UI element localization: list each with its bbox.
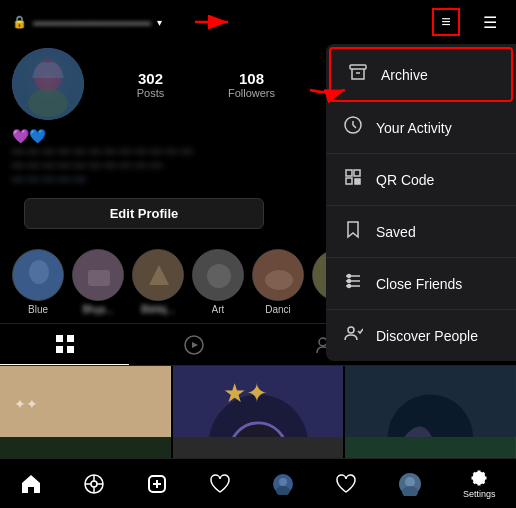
avatar-container <box>12 48 84 120</box>
svg-point-5 <box>29 260 49 284</box>
svg-rect-64 <box>354 170 360 176</box>
lock-icon: 🔒 <box>12 15 27 29</box>
followers-stat[interactable]: 108 Followers <box>224 70 279 99</box>
highlight-circle <box>72 249 124 301</box>
discover-people-icon <box>342 323 364 348</box>
nav-profile-small[interactable] <box>272 473 294 495</box>
activity-icon <box>342 115 364 140</box>
saved-label: Saved <box>376 224 416 240</box>
svg-text:✦✦: ✦✦ <box>14 396 38 412</box>
highlight-item[interactable]: Danci <box>252 249 304 315</box>
nav-likes[interactable] <box>209 473 231 495</box>
highlight-label: Art <box>212 304 225 315</box>
svg-text:★✦: ★✦ <box>222 379 267 407</box>
highlight-label: Danci <box>265 304 291 315</box>
highlight-item[interactable]: Bbhbj... <box>132 249 184 315</box>
header-left: 🔒 ———————— ▾ <box>12 14 162 31</box>
dropdown-saved[interactable]: Saved <box>326 206 516 258</box>
close-friends-icon <box>342 271 364 296</box>
svg-point-3 <box>12 48 84 120</box>
svg-rect-17 <box>67 335 74 342</box>
highlight-item[interactable]: Blue <box>12 249 64 315</box>
menu-button[interactable]: ☰ <box>476 8 504 36</box>
svg-point-10 <box>207 264 231 288</box>
highlight-label: Blue <box>28 304 48 315</box>
svg-rect-19 <box>67 346 74 353</box>
dropdown-discover-people[interactable]: Discover People <box>326 310 516 361</box>
dropdown-your-activity[interactable]: Your Activity <box>326 102 516 154</box>
svg-rect-66 <box>355 179 357 181</box>
svg-rect-61 <box>350 65 366 69</box>
highlight-circle <box>12 249 64 301</box>
highlight-circle <box>132 249 184 301</box>
menu-icon: ☰ <box>483 13 497 32</box>
nav-settings[interactable]: Settings <box>463 469 496 499</box>
nav-add[interactable] <box>146 473 168 495</box>
svg-rect-18 <box>56 346 63 353</box>
dropdown-close-friends[interactable]: Close Friends <box>326 258 516 310</box>
archive-label: Archive <box>381 67 428 83</box>
posts-stat[interactable]: 302 Posts <box>123 70 178 99</box>
highlight-circle <box>252 249 304 301</box>
followers-count: 108 <box>224 70 279 87</box>
svg-point-73 <box>348 275 351 278</box>
close-friends-label: Close Friends <box>376 276 462 292</box>
dropdown-qr-code[interactable]: QR Code <box>326 154 516 206</box>
posts-label: Posts <box>123 87 178 99</box>
svg-point-59 <box>405 477 415 487</box>
nav-activity[interactable] <box>335 473 357 495</box>
highlight-label: Bbhbj... <box>141 304 175 315</box>
svg-rect-65 <box>346 178 352 184</box>
followers-label: Followers <box>224 87 279 99</box>
hamburger-icon: ≡ <box>441 13 450 31</box>
archive-icon <box>347 62 369 87</box>
svg-point-56 <box>279 478 287 486</box>
svg-point-74 <box>348 280 351 283</box>
highlight-label: Bhyp... <box>82 304 113 315</box>
bottom-nav: Settings <box>0 458 516 508</box>
username-text: ———————— <box>33 14 151 31</box>
header: 🔒 ———————— ▾ ≡ ☰ <box>0 0 516 44</box>
svg-rect-63 <box>346 170 352 176</box>
svg-point-75 <box>348 285 351 288</box>
svg-point-47 <box>91 481 97 487</box>
saved-icon <box>342 219 364 244</box>
qr-code-icon <box>342 167 364 192</box>
dropdown-menu: Archive Your Activity QR Code Saved Clos… <box>326 44 516 361</box>
dropdown-archive[interactable]: Archive <box>329 47 513 102</box>
nav-avatar[interactable] <box>398 472 422 496</box>
highlight-item[interactable]: Bhyp... <box>72 249 124 315</box>
activity-label: Your Activity <box>376 120 452 136</box>
highlight-item[interactable]: Art <box>192 249 244 315</box>
settings-text: Settings <box>463 489 496 499</box>
hamburger-menu-button[interactable]: ≡ <box>432 8 460 36</box>
header-icons: ≡ ☰ <box>432 8 504 36</box>
edit-profile-button[interactable]: Edit Profile <box>24 198 264 229</box>
avatar <box>12 48 84 120</box>
svg-point-76 <box>348 327 354 333</box>
svg-rect-68 <box>355 182 357 184</box>
tab-reels[interactable] <box>129 324 258 365</box>
svg-marker-21 <box>192 342 198 348</box>
nav-reels[interactable] <box>83 473 105 495</box>
tab-grid[interactable] <box>0 324 129 365</box>
nav-home[interactable] <box>20 473 42 495</box>
svg-point-12 <box>265 270 293 290</box>
svg-rect-16 <box>56 335 63 342</box>
qr-code-label: QR Code <box>376 172 434 188</box>
svg-rect-67 <box>358 179 360 181</box>
svg-rect-69 <box>358 182 360 184</box>
discover-people-label: Discover People <box>376 328 478 344</box>
highlight-circle <box>192 249 244 301</box>
posts-count: 302 <box>123 70 178 87</box>
chevron-down-icon[interactable]: ▾ <box>157 17 162 28</box>
svg-rect-7 <box>88 270 110 286</box>
